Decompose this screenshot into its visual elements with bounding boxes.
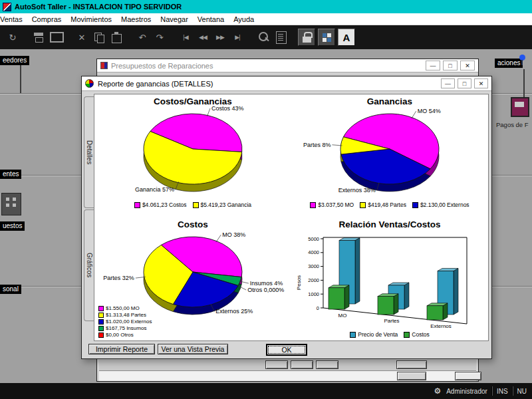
svg-text:3000: 3000 bbox=[308, 263, 319, 269]
menu-ventana[interactable]: Ventana bbox=[193, 15, 229, 23]
print-icon[interactable] bbox=[30, 29, 47, 46]
legend-item: $1.313,48 Partes bbox=[98, 312, 152, 318]
sidebar-item-personal[interactable]: sonal bbox=[0, 285, 21, 294]
legend-item: Precio de Venta bbox=[350, 331, 398, 338]
legend-label: $1.550,00 MO bbox=[106, 305, 140, 311]
tiles-icon[interactable] bbox=[318, 29, 335, 46]
gear-icon: ⚙ bbox=[432, 386, 442, 396]
legend-label: $1.313,48 Partes bbox=[106, 312, 146, 318]
dialog-presupuestos-icon bbox=[100, 62, 108, 69]
legend-item: $0,00 Otros bbox=[98, 332, 152, 338]
undo-icon[interactable]: ↶ bbox=[134, 29, 151, 46]
menu-ventas[interactable]: Ventas bbox=[0, 15, 27, 23]
next-record-icon[interactable]: ▶▶ bbox=[211, 29, 229, 46]
legend-swatch bbox=[134, 202, 140, 208]
legend-swatch bbox=[360, 202, 366, 208]
cut-icon[interactable]: ✕ bbox=[73, 29, 90, 46]
chart-relacion-ventas-costos: Relación Ventas/Costos 01000200030004000… bbox=[291, 217, 488, 340]
sidebar-item-reparaciones[interactable]: aciones bbox=[495, 59, 523, 68]
last-record-icon[interactable]: ▶| bbox=[229, 29, 246, 46]
workspace: eedores entes uestos sonal aciones Pagos… bbox=[0, 49, 532, 383]
legend-label: $3.037,50 MO bbox=[318, 201, 354, 208]
maximize-button[interactable]: □ bbox=[443, 61, 458, 70]
dialog-button-row: Imprimir Reporte Ver una Vista Previa OK bbox=[82, 344, 491, 358]
pie-chart-icon bbox=[85, 79, 94, 88]
background-button[interactable] bbox=[265, 360, 288, 369]
prev-record-icon[interactable]: ◀◀ bbox=[194, 29, 211, 46]
legend-swatch bbox=[98, 319, 104, 325]
menubar: VentasComprasMovimientosMaestrosNavegarV… bbox=[0, 13, 532, 25]
menu-compras[interactable]: Compras bbox=[27, 15, 66, 23]
close-button[interactable]: ✕ bbox=[474, 78, 488, 88]
chart-title: Costos/Ganancias bbox=[94, 94, 291, 106]
legend-item: Costos bbox=[404, 331, 429, 338]
dialog-presupuestos-titlebar[interactable]: Presupuestos de Reparaciones — □ ✕ bbox=[97, 59, 478, 72]
ok-button[interactable]: OK bbox=[266, 344, 307, 356]
refresh-icon[interactable]: ↻ bbox=[4, 29, 21, 46]
dialog-reporte-titlebar[interactable]: Reporte de ganancias (DETALLES) — □ ✕ bbox=[82, 76, 491, 91]
redo-icon[interactable]: ↷ bbox=[151, 29, 168, 46]
legend-label: $419,48 Partes bbox=[368, 201, 406, 208]
first-record-icon[interactable]: |◀ bbox=[177, 29, 194, 46]
connector-line bbox=[20, 65, 21, 93]
svg-text:5000: 5000 bbox=[308, 236, 319, 242]
legend-item: $4.061,23 Costos bbox=[134, 201, 187, 208]
search-icon[interactable] bbox=[255, 29, 272, 46]
chart-legend: $1.550,00 MO$1.313,48 Partes$1.020,00 Ex… bbox=[98, 305, 152, 338]
svg-text:Externos 38%: Externos 38% bbox=[338, 187, 376, 194]
pie-costos-ganancias: Costos 43%Ganancia 57% bbox=[94, 106, 291, 201]
menu-movimientos[interactable]: Movimientos bbox=[66, 15, 116, 23]
background-button[interactable] bbox=[455, 372, 481, 380]
window-titlebar[interactable]: AutoSoft Taller - INSTALACION TIPO SERVI… bbox=[0, 0, 532, 13]
legend-label: $2.130,00 Externos bbox=[420, 201, 469, 208]
sidebar-item-clientes[interactable]: entes bbox=[0, 170, 21, 179]
statusbar-num: NU bbox=[513, 388, 531, 395]
close-button[interactable]: ✕ bbox=[460, 61, 475, 70]
font-icon[interactable]: A bbox=[338, 29, 355, 46]
pagos-icon[interactable] bbox=[511, 97, 529, 117]
background-button[interactable] bbox=[397, 372, 426, 380]
charts-panel: Costos/Ganancias Costos 43%Ganancia 57% … bbox=[94, 94, 489, 341]
menu-ayuda[interactable]: Ayuda bbox=[229, 15, 259, 23]
sidebar-item-presupuestos[interactable]: uestos bbox=[0, 221, 25, 231]
svg-text:Partes 32%: Partes 32% bbox=[103, 275, 134, 281]
pushpin-icon[interactable] bbox=[519, 55, 525, 61]
minimize-button[interactable]: — bbox=[441, 78, 455, 88]
lock-icon[interactable] bbox=[298, 29, 315, 46]
print-report-button[interactable]: Imprimir Reporte bbox=[88, 344, 155, 354]
legend-label: $0,00 Otros bbox=[106, 332, 134, 338]
chart-legend: $4.061,23 Costos$5.419,23 Ganancia bbox=[94, 201, 291, 208]
legend-item: $5.419,23 Ganancia bbox=[193, 201, 252, 208]
background-button[interactable] bbox=[316, 360, 338, 369]
minimize-button[interactable]: — bbox=[426, 61, 440, 70]
background-strip bbox=[99, 370, 476, 381]
svg-text:MO 38%: MO 38% bbox=[222, 231, 245, 238]
menu-navegar[interactable]: Navegar bbox=[156, 15, 193, 23]
menu-maestros[interactable]: Maestros bbox=[116, 15, 156, 23]
chart-title: Costos bbox=[94, 217, 291, 229]
sidebar-item-proveedores[interactable]: eedores bbox=[0, 56, 29, 65]
tab-detalles[interactable]: Detalles bbox=[84, 96, 94, 208]
chart-legend: Precio de VentaCostos bbox=[291, 331, 488, 338]
paste-icon[interactable] bbox=[108, 29, 125, 46]
legend-swatch bbox=[404, 332, 410, 338]
tab-graficos[interactable]: Gráficos bbox=[84, 209, 94, 321]
form-icon[interactable] bbox=[272, 29, 289, 46]
svg-text:2000: 2000 bbox=[308, 277, 319, 283]
dialog-reporte-title: Reporte de ganancias (DETALLES) bbox=[98, 80, 213, 88]
background-button[interactable] bbox=[396, 360, 427, 369]
tab-detalles-label: Detalles bbox=[86, 140, 93, 164]
svg-text:MO: MO bbox=[338, 313, 347, 319]
building-icon[interactable] bbox=[1, 193, 21, 215]
copy-icon[interactable] bbox=[90, 29, 108, 46]
svg-text:Pesos: Pesos bbox=[296, 275, 302, 290]
legend-swatch bbox=[412, 202, 418, 208]
monitor-icon[interactable] bbox=[47, 29, 65, 46]
legend-item: $1.550,00 MO bbox=[98, 305, 152, 311]
svg-text:4000: 4000 bbox=[308, 249, 319, 255]
chart-legend: $3.037,50 MO$419,48 Partes$2.130,00 Exte… bbox=[291, 201, 488, 208]
background-button[interactable] bbox=[291, 360, 313, 369]
maximize-button[interactable]: □ bbox=[458, 78, 471, 88]
legend-swatch bbox=[193, 202, 199, 208]
preview-button[interactable]: Ver una Vista Previa bbox=[158, 344, 228, 354]
